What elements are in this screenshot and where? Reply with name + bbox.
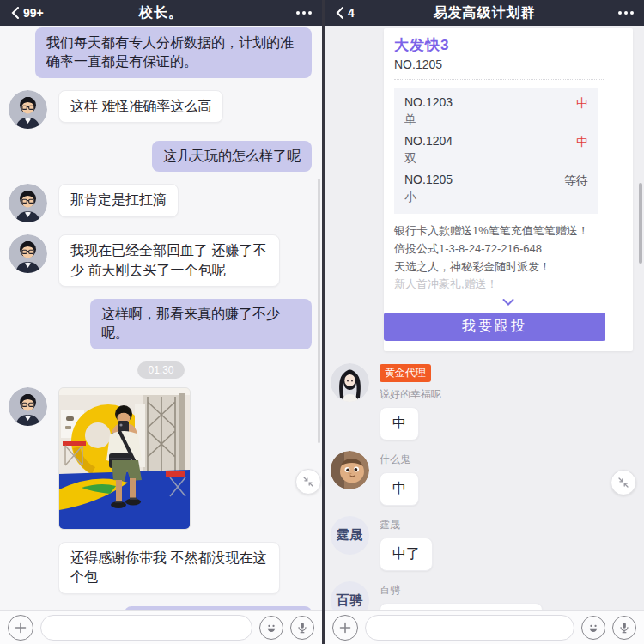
message-bubble: 还得感谢你带我 不然都没现在这个包 [58,542,280,594]
message-row: 我们每天都有专人分析数据的，计划的准确率一直都是有保证的。 [9,27,313,78]
member-text-avatar[interactable]: 霆晟 [331,516,369,555]
scrollbar-thumb[interactable] [318,179,320,443]
plan-game-title: 大发快3 [394,35,623,55]
group-message-row: 霆晟霆晟中了 [331,516,644,571]
bet-pick: 双 [404,151,453,167]
message-bubble: 这几天玩的怎么样了呢 [152,141,312,172]
chevron-down-icon [501,298,515,307]
back-chevron-icon [10,6,20,20]
plan-row-left: NO.1204双 [404,134,453,167]
message-bubble: 中 [380,472,419,506]
back-chevron-icon [335,6,344,20]
right-input-bar [325,610,644,644]
plan-row-left: NO.1203单 [404,95,453,128]
member-text-avatar[interactable]: 百骋 [331,581,369,610]
contact-avatar[interactable] [9,234,47,273]
message-input[interactable] [365,615,574,641]
message-bubble: 中了 [380,538,433,571]
girl-avatar-photo [331,363,369,402]
message-bubble: 这样啊，那看来真的赚了不少呢。 [90,299,312,349]
expand-button[interactable] [394,295,623,305]
plan-row: NO.1203单中 [404,95,588,128]
voice-button[interactable] [612,616,636,640]
plan-issue-number: NO.1205 [394,58,623,71]
member-name: 说好的幸福呢 [380,387,441,402]
more-menu-button[interactable] [618,11,634,15]
selfie-photo-graphic [59,388,190,529]
issue-number: NO.1205 [404,173,453,186]
member-name: 什么鬼 [380,453,410,467]
group-message-body: 霆晟中了 [380,516,433,571]
microphone-icon [295,621,309,635]
group-message-body: 黄金代理说好的幸福呢中 [380,363,441,440]
plus-icon [14,621,27,635]
lottery-plan-card: 大发快3 NO.1205 NO.1203单中NO.1204双中NO.1205小等… [384,28,633,351]
message-row: 我现在已经全部回血了 还赚了不少 前天刚去买了一个包呢 [9,234,313,287]
unread-count: 4 [348,6,355,20]
contact-avatar[interactable] [9,90,47,129]
timestamp-row: 01:30 [9,361,313,379]
message-row: 那肯定是扛扛滴 [9,184,313,222]
man-avatar-illustration [9,387,47,426]
man-avatar-illustration [9,184,47,222]
attach-plus-button[interactable] [8,615,33,641]
left-input-bar [0,610,322,644]
promo-line: 新人首冲豪礼,赠送！ [394,276,605,294]
promo-line: 倍投公式1-3-8-24-72-216-648 [394,240,605,258]
message-bubble: 我现在已经全部回血了 还赚了不少 前天刚去买了一个包呢 [58,234,280,287]
message-row: 这样 难怪准确率这么高 [9,90,313,129]
message-bubble: 那肯定是扛扛滴 [58,184,179,216]
group-message-body: 百骋五连中，计划牛逼啊。 [380,581,543,610]
promo-line: 天选之人，神秘彩金随时派发！ [394,258,605,276]
emoji-button[interactable] [259,616,283,640]
dual-chat-screens: 99+ 校长。 我们每天都有专人分析数据的，计划的准确率一直都是有保证的。 这样… [0,0,644,644]
message-bubble: 这样 难怪准确率这么高 [58,90,223,123]
plus-icon [338,621,352,635]
member-name: 百骋 [380,583,400,598]
timestamp: 01:30 [137,361,184,379]
message-bubble: 中 [380,407,419,440]
follow-bet-button[interactable]: 我要跟投 [384,313,605,341]
issue-number: NO.1204 [404,134,453,148]
right-message-area: 大发快3 NO.1205 NO.1203单中NO.1204双中NO.1205小等… [325,26,644,610]
message-input[interactable] [40,615,252,641]
collapse-button[interactable] [611,470,636,495]
plan-row: NO.1204双中 [404,134,588,167]
group-message-row: 黄金代理说好的幸福呢中 [331,363,644,440]
right-chat-screen: 4 易发高级计划群 大发快3 NO.1205 NO.1203单中NO.1204双… [322,0,644,644]
collapse-arrows-icon [617,476,630,489]
dotted-divider [394,79,605,80]
collapse-button[interactable] [295,469,321,495]
message-row: 这几天玩的怎么样了呢 [9,141,313,172]
smiley-icon [264,620,279,635]
contact-avatar[interactable] [9,184,47,222]
chat-title: 校长。 [139,4,183,22]
scrollbar-thumb[interactable] [639,183,642,264]
plan-row-left: NO.1205小 [404,173,453,205]
chat-title: 易发高级计划群 [434,4,536,22]
emoji-button[interactable] [581,616,605,640]
bet-pick: 单 [404,112,453,128]
back-button[interactable]: 99+ [10,6,44,20]
group-message-list: 黄金代理说好的幸福呢中 什么鬼中霆晟霆晟中了百骋百骋五连中，计划牛逼啊。伊美伊美… [325,363,644,610]
attach-plus-button[interactable] [332,615,358,641]
member-avatar[interactable] [331,451,369,489]
left-header: 99+ 校长。 [0,0,322,26]
group-message-row: 百骋百骋五连中，计划牛逼啊。 [331,581,644,610]
more-menu-button[interactable] [296,11,312,15]
promo-text-block: 银行卡入款赠送1%笔笔充值笔笔赠送！倍投公式1-3-8-24-72-216-64… [394,222,605,294]
member-avatar[interactable] [331,363,369,402]
photo-message[interactable] [58,387,191,530]
group-message-row: 什么鬼中 [331,451,644,506]
microphone-icon [617,621,631,635]
member-badge: 黄金代理 [380,364,431,382]
smiley-icon [586,620,601,635]
man-avatar-illustration [9,234,47,273]
message-bubble: 五连中，计划牛逼啊。 [380,603,543,610]
man-avatar-illustration [9,90,47,129]
back-button[interactable]: 4 [335,6,355,20]
group-message-body: 什么鬼中 [380,451,419,506]
voice-button[interactable] [290,616,314,640]
bet-pick: 小 [404,190,453,205]
contact-avatar[interactable] [9,387,47,426]
